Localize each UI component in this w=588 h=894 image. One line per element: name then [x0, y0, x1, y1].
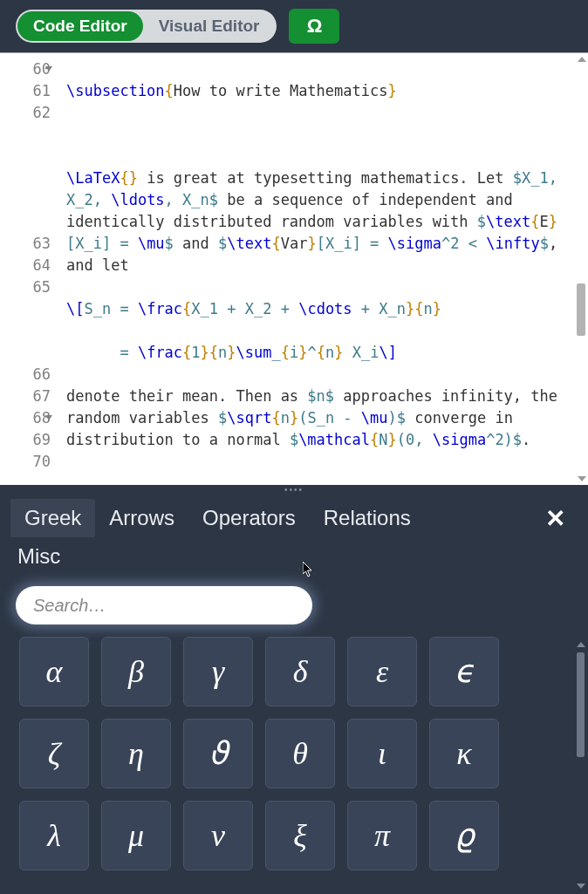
- symbol-mu[interactable]: μ: [101, 801, 171, 870]
- symbol-gamma[interactable]: γ: [183, 637, 253, 706]
- scroll-thumb[interactable]: [577, 652, 585, 757]
- line-gutter: 60 61 62 63 64 65 66 67 68 69 70: [0, 53, 56, 485]
- symbol-varrho[interactable]: ϱ: [429, 801, 499, 870]
- code-content[interactable]: \subsection{How to write Mathematics} \L…: [56, 53, 588, 485]
- scroll-thumb[interactable]: [577, 283, 585, 336]
- symbol-xi[interactable]: ξ: [265, 801, 335, 870]
- symbol-zeta[interactable]: ζ: [19, 719, 89, 788]
- scroll-up-icon[interactable]: [578, 57, 586, 62]
- line-number: 60: [0, 58, 51, 80]
- line-number: 62: [0, 102, 51, 124]
- line-number: 70: [0, 451, 51, 473]
- panel-resize-handle[interactable]: ••••: [0, 485, 588, 494]
- line-number: 63: [0, 233, 51, 255]
- editor-mode-toolbar: Code Editor Visual Editor Ω: [0, 0, 588, 52]
- symbol-eta[interactable]: η: [101, 719, 171, 788]
- line-number: 61: [0, 80, 51, 102]
- code-editor-tab[interactable]: Code Editor: [17, 11, 143, 41]
- symbol-lambda[interactable]: λ: [19, 801, 89, 870]
- tab-operators[interactable]: Operators: [188, 499, 310, 537]
- symbol-category-tabs: Greek Arrows Operators Relations ✕: [0, 494, 588, 539]
- symbol-kappa[interactable]: κ: [429, 719, 499, 788]
- scroll-up-icon[interactable]: [577, 642, 585, 647]
- line-number: 68: [0, 407, 51, 429]
- line-number: 64: [0, 255, 51, 276]
- omega-icon: Ω: [307, 15, 323, 38]
- palette-scrollbar[interactable]: [574, 642, 586, 889]
- close-palette-button[interactable]: ✕: [538, 501, 572, 536]
- scroll-down-icon[interactable]: [577, 884, 585, 889]
- editor-scrollbar[interactable]: [575, 57, 587, 481]
- symbol-varepsilon[interactable]: ε: [347, 637, 417, 706]
- code-editor[interactable]: 60 61 62 63 64 65 66 67 68 69 70 \subsec…: [0, 52, 588, 485]
- editor-mode-toggle: Code Editor Visual Editor: [16, 10, 277, 43]
- symbol-grid: α β γ δ ε ϵ ζ η ϑ θ ι κ λ μ ν ξ π ϱ: [19, 637, 569, 870]
- symbol-nu[interactable]: ν: [183, 801, 253, 870]
- symbol-theta[interactable]: θ: [265, 719, 335, 788]
- symbol-alpha[interactable]: α: [19, 637, 89, 706]
- tab-arrows[interactable]: Arrows: [95, 499, 188, 537]
- symbol-pi[interactable]: π: [347, 801, 417, 870]
- visual-editor-tab[interactable]: Visual Editor: [143, 11, 276, 41]
- grip-icon: ••••: [284, 485, 304, 495]
- symbol-palette: Greek Arrows Operators Relations ✕ Misc …: [0, 494, 588, 894]
- close-icon: ✕: [545, 505, 565, 532]
- line-number: 67: [0, 386, 51, 407]
- line-number: 69: [0, 429, 51, 451]
- tab-relations[interactable]: Relations: [310, 499, 425, 537]
- symbol-epsilon[interactable]: ϵ: [429, 637, 499, 706]
- scroll-down-icon[interactable]: [578, 476, 586, 481]
- symbol-delta[interactable]: δ: [265, 637, 335, 706]
- line-number: 65: [0, 276, 51, 298]
- tab-greek[interactable]: Greek: [10, 499, 95, 537]
- symbol-search-input[interactable]: [16, 586, 312, 624]
- tab-misc[interactable]: Misc: [14, 539, 64, 574]
- line-number: 66: [0, 364, 51, 386]
- symbol-iota[interactable]: ι: [347, 719, 417, 788]
- symbol-vartheta[interactable]: ϑ: [183, 719, 253, 788]
- symbol-palette-toggle[interactable]: Ω: [289, 9, 339, 44]
- symbol-beta[interactable]: β: [101, 637, 171, 706]
